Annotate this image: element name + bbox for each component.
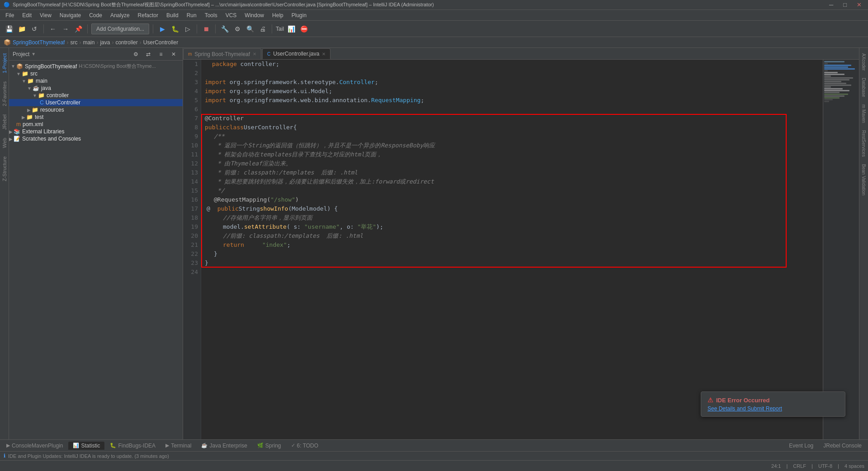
tab-spring-boot-close[interactable]: ✕: [253, 52, 256, 57]
project-sync-icon[interactable]: ⇄: [143, 49, 154, 60]
menu-run[interactable]: Run: [183, 11, 200, 19]
status-position[interactable]: 24:1: [771, 463, 781, 469]
menu-plugin[interactable]: Plugin: [288, 11, 310, 19]
menu-window[interactable]: Window: [241, 11, 268, 19]
toolbar-chart[interactable]: 📊: [286, 24, 297, 34]
findbugs-label: FindBugs-IDEA: [118, 443, 156, 449]
menu-code[interactable]: Code: [85, 11, 106, 19]
bottom-tab-todo[interactable]: ✓ 6: TODO: [287, 442, 323, 450]
breadcrumb-controller[interactable]: controller: [115, 39, 137, 46]
code-content[interactable]: package controller; import org.springfra…: [201, 60, 823, 439]
toolbar-open[interactable]: 📁: [16, 24, 27, 34]
menu-view[interactable]: View: [36, 11, 55, 19]
menu-help[interactable]: Help: [269, 11, 287, 19]
tree-item-java[interactable]: ▼ ☕ java: [9, 85, 183, 92]
status-indent[interactable]: 4 spaces: [844, 463, 864, 469]
tree-item-scratches[interactable]: ▶ 📝 Scratches and Consoles: [9, 135, 183, 142]
toolbar-back[interactable]: ←: [47, 24, 58, 34]
tab-usercontroller[interactable]: C UserController.java ✕: [262, 48, 330, 59]
tree-item-resources[interactable]: ▶ 📁 resources: [9, 106, 183, 113]
menu-build[interactable]: Build: [163, 11, 182, 19]
tree-item-pom[interactable]: m pom.xml: [9, 121, 183, 128]
todo-label: 6: TODO: [297, 443, 319, 449]
toolbar-power[interactable]: ⛔: [298, 24, 309, 34]
tree-item-controller[interactable]: ▼ 📁 controller: [9, 92, 183, 99]
tree-item-src[interactable]: ▼ 📁 src: [9, 70, 183, 77]
project-gear-icon[interactable]: ⚙: [130, 49, 141, 60]
code-line-20: //前缀: classpath:/templates 后缀: .html: [205, 231, 819, 240]
right-tab-axcoder[interactable]: AXcoder: [860, 50, 867, 74]
menu-tools[interactable]: Tools: [201, 11, 221, 19]
project-close-icon[interactable]: ✕: [168, 49, 179, 60]
menu-analyze[interactable]: Analyze: [107, 11, 133, 19]
toolbar-pin[interactable]: 📌: [73, 24, 84, 34]
bottom-tab-statistic[interactable]: 📊 Statistic: [68, 442, 104, 450]
toolbar-stop[interactable]: ⏹: [201, 24, 212, 34]
code-editor[interactable]: 1 2 3 4 5 6 7 8 9 10 11 12 13 14 15 16 1…: [183, 60, 859, 439]
tab-usercontroller-label: UserController.java: [273, 51, 319, 57]
add-configuration-button[interactable]: Add Configuration...: [91, 24, 149, 34]
sidebar-tab-structure[interactable]: Z-Structure: [1, 153, 8, 185]
toolbar-refresh[interactable]: ↺: [29, 24, 40, 34]
menu-refactor[interactable]: Refactor: [134, 11, 162, 19]
bottom-tab-findbugs[interactable]: 🐛 FindBugs-IDEA: [105, 442, 160, 450]
tab-spring-boot-thymeleaf[interactable]: m Spring Boot-Thymeleaf ✕: [183, 48, 261, 59]
toolbar-save[interactable]: 💾: [4, 24, 14, 34]
right-tab-restservices[interactable]: RestServices: [860, 127, 867, 160]
right-tab-database[interactable]: Database: [860, 74, 867, 101]
menu-edit[interactable]: Edit: [19, 11, 35, 19]
consolemaven-label: ConsoleMavenPlugin: [12, 443, 63, 449]
breadcrumb-springboot[interactable]: SpringBootThymeleaf: [13, 39, 65, 46]
menu-file[interactable]: File: [2, 11, 18, 19]
tree-item-test[interactable]: ▶ 📁 test: [9, 113, 183, 121]
project-dropdown-icon[interactable]: ▼: [31, 52, 36, 57]
toolbar-search[interactable]: 🔍: [245, 24, 255, 34]
tree-item-root[interactable]: ▼ 📦 SpringBootThymeleaf H:\CSDN\Spring B…: [9, 62, 183, 70]
toolbar-print[interactable]: 🖨: [257, 24, 268, 34]
status-encoding[interactable]: UTF-8: [818, 463, 832, 469]
bottom-tab-consolemavenplugin[interactable]: ▶ ConsoleMavenPlugin: [2, 442, 67, 450]
close-button[interactable]: ✕: [854, 1, 864, 8]
menu-navigate[interactable]: Navigate: [56, 11, 85, 19]
toolbar-run[interactable]: ▶: [157, 24, 168, 34]
findbugs-icon: 🐛: [110, 443, 116, 448]
toolbar-sep-5: [215, 24, 216, 33]
tree-item-main[interactable]: ▼ 📁 main: [9, 77, 183, 85]
right-tab-beanvalidation[interactable]: Bean Validation: [860, 160, 867, 199]
ide-error-link[interactable]: See Details and Submit Report: [708, 405, 839, 412]
sidebar-tab-favorites[interactable]: 2-Favorites: [1, 78, 8, 110]
tab-usercontroller-close[interactable]: ✕: [322, 52, 326, 57]
tree-item-ext-libs[interactable]: ▶ 📚 External Libraries: [9, 128, 183, 135]
breadcrumb-usercontroller[interactable]: UserController: [143, 39, 178, 46]
toolbar-tail[interactable]: Tail: [276, 26, 284, 32]
bottom-tab-jrebel-console[interactable]: JRebel Console: [819, 442, 866, 450]
project-panel-header: Project ▼ ⚙ ⇄ ≡ ✕: [9, 48, 183, 61]
tree-item-usercontroller[interactable]: C UserController: [9, 99, 183, 106]
sidebar-tab-project[interactable]: 1-Project: [1, 50, 8, 77]
project-sort-icon[interactable]: ≡: [156, 49, 166, 60]
breadcrumb-src[interactable]: src: [70, 39, 77, 46]
toolbar-coverage[interactable]: ▷: [182, 24, 193, 34]
toolbar-forward[interactable]: →: [60, 24, 71, 34]
status-line-sep[interactable]: CRLF: [793, 463, 806, 469]
title-bar-controls: ─ □ ✕: [826, 1, 864, 8]
toolbar-sep-6: [272, 24, 272, 33]
bottom-tab-javaenterprise[interactable]: ☕ Java Enterprise: [197, 442, 251, 450]
sidebar-tab-web[interactable]: Web: [1, 134, 8, 151]
maximize-button[interactable]: □: [840, 1, 849, 8]
bottom-tab-terminal[interactable]: ▶ Terminal: [161, 442, 196, 450]
minimize-button[interactable]: ─: [826, 1, 836, 8]
tab-spring-boot-label: Spring Boot-Thymeleaf: [194, 51, 250, 57]
toolbar: 💾 📁 ↺ ← → 📌 Add Configuration... ▶ 🐛 ▷ ⏹…: [0, 21, 868, 37]
toolbar-vcs[interactable]: 🔧: [219, 24, 230, 34]
sidebar-tab-jrebel[interactable]: JRebel: [1, 111, 8, 133]
menu-vcs[interactable]: VCS: [222, 11, 241, 19]
bottom-tab-eventlog[interactable]: Event Log: [784, 442, 818, 450]
breadcrumb-java[interactable]: java: [100, 39, 110, 46]
project-tree: ▼ 📦 SpringBootThymeleaf H:\CSDN\Spring B…: [9, 61, 183, 439]
toolbar-debug[interactable]: 🐛: [170, 24, 180, 34]
toolbar-settings[interactable]: ⚙: [232, 24, 243, 34]
bottom-tab-spring[interactable]: 🌿 Spring: [253, 442, 286, 450]
breadcrumb-main[interactable]: main: [83, 39, 94, 46]
right-tab-maven[interactable]: m Maven: [860, 101, 867, 127]
